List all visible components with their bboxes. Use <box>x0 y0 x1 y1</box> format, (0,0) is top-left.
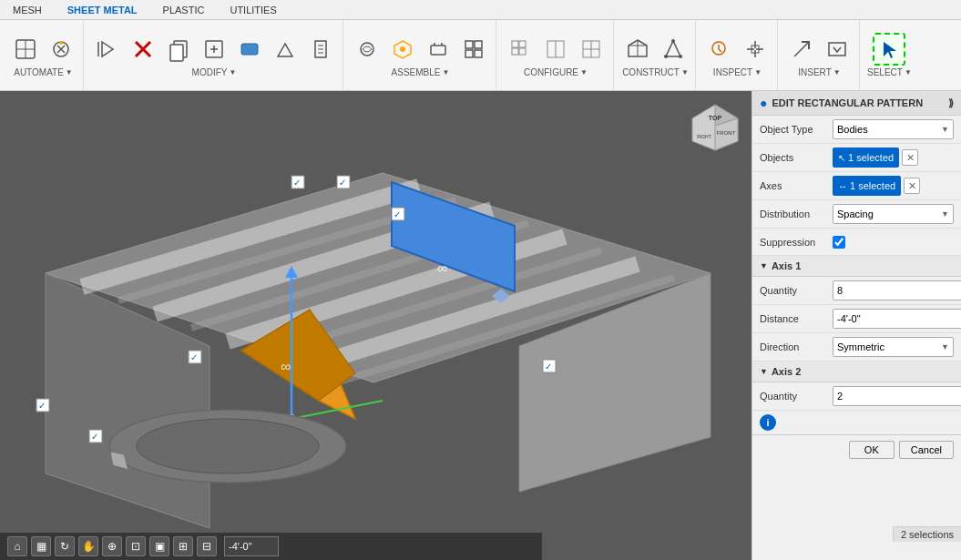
insert-icon-1[interactable] <box>785 33 818 66</box>
measure-tool-btn[interactable]: ⊞ <box>173 536 193 556</box>
menu-sheet-metal[interactable]: SHEET METAL <box>64 3 141 17</box>
modify-icon-5[interactable] <box>269 33 302 66</box>
grid-tool-btn[interactable]: ▦ <box>31 536 51 556</box>
svg-rect-21 <box>512 41 518 47</box>
modify-icon-6[interactable] <box>304 33 337 66</box>
cancel-button[interactable]: Cancel <box>899 441 954 459</box>
objects-selected-text: 1 selected <box>848 152 894 163</box>
automate-label[interactable]: AUTOMATE ▼ <box>14 67 73 77</box>
modify-icon-1[interactable] <box>91 33 124 66</box>
axis2-quantity-input[interactable] <box>833 387 961 405</box>
svg-text:∞: ∞ <box>437 260 447 276</box>
pan-tool-btn[interactable]: ✋ <box>78 536 98 556</box>
main-area: ✓ ✓ ✓ ✓ ✓ ✓ ✓ ∞ <box>0 91 961 560</box>
assemble-icon-2[interactable] <box>386 33 419 66</box>
toolbar-group-select: SELECT ▼ <box>862 20 917 90</box>
objects-selected-btn[interactable]: ↖ 1 selected <box>833 148 899 168</box>
modify-icon-copy[interactable] <box>162 33 195 66</box>
distribution-value: Spacing <box>837 209 874 219</box>
svg-text:✓: ✓ <box>545 361 552 372</box>
axes-clear-btn[interactable]: ✕ <box>904 178 920 194</box>
object-type-row: Object Type Bodies ▼ <box>752 116 961 144</box>
axis2-title: Axis 2 <box>772 366 801 377</box>
axes-selected-btn[interactable]: ↔ 1 selected <box>833 176 901 196</box>
object-type-select[interactable]: Bodies ▼ <box>833 119 954 139</box>
configure-label[interactable]: CONFIGURE ▼ <box>524 67 588 77</box>
panel-expand-icon[interactable]: ⟫ <box>948 97 954 109</box>
insert-arrow: ▼ <box>833 68 841 76</box>
inspect-icon-2[interactable] <box>739 33 772 66</box>
zoom-tool-btn[interactable]: ⊕ <box>102 536 122 556</box>
menu-utilities[interactable]: UTILITIES <box>226 3 280 17</box>
select-label[interactable]: SELECT ▼ <box>867 67 912 77</box>
axis1-direction-select[interactable]: Symmetric ▼ <box>833 337 954 357</box>
axis2-section-header[interactable]: ▼ Axis 2 <box>752 361 961 382</box>
home-tool-btn[interactable]: ⌂ <box>7 536 27 556</box>
configure-icon-1[interactable] <box>504 33 537 66</box>
modify-icon-3[interactable] <box>198 33 230 66</box>
modify-arrow: ▼ <box>229 68 236 76</box>
coordinate-input[interactable] <box>224 536 279 556</box>
construct-icon-2[interactable] <box>657 33 690 66</box>
axis1-distance-control <box>833 309 961 329</box>
axis1-quantity-input[interactable] <box>833 281 961 300</box>
menu-mesh[interactable]: MESH <box>9 3 46 17</box>
assemble-label[interactable]: ASSEMBLE ▼ <box>392 67 450 77</box>
axis1-distance-label: Distance <box>760 313 833 324</box>
toolbar-group-assemble: ASSEMBLE ▼ <box>345 20 496 90</box>
objects-row: Objects ↖ 1 selected ✕ <box>752 144 961 172</box>
assemble-icon-3[interactable] <box>422 33 455 66</box>
toolbar: AUTOMATE ▼ <box>0 20 961 91</box>
axis1-collapse-icon: ▼ <box>760 261 768 270</box>
assemble-icon-1[interactable] <box>351 33 383 66</box>
construct-label[interactable]: CONSTRUCT ▼ <box>622 67 689 77</box>
inspect-arrow: ▼ <box>754 68 762 76</box>
configure-icon-2[interactable] <box>539 33 572 66</box>
svg-rect-10 <box>241 44 258 55</box>
inspect-icon-1[interactable] <box>703 33 736 66</box>
menu-plastic[interactable]: PLASTIC <box>159 3 209 17</box>
axis2-collapse-icon: ▼ <box>760 367 768 376</box>
construct-icon-1[interactable] <box>621 33 654 66</box>
svg-point-15 <box>400 46 405 52</box>
distribution-select[interactable]: Spacing ▼ <box>833 204 954 224</box>
inspect-label[interactable]: INSPECT ▼ <box>713 67 762 77</box>
axis2-quantity-spinner: ▲ ▼ <box>833 386 961 406</box>
modify-icon-4[interactable] <box>233 33 266 66</box>
automate-icon-2[interactable] <box>45 33 77 66</box>
svg-text:FRONT: FRONT <box>717 130 736 136</box>
select-icon-1[interactable] <box>873 33 905 66</box>
display-tool-btn[interactable]: ▣ <box>149 536 169 556</box>
objects-clear-btn[interactable]: ✕ <box>902 149 918 166</box>
info-icon[interactable]: i <box>760 414 776 431</box>
axis1-distance-input[interactable] <box>833 309 961 329</box>
nav-cube[interactable]: TOP FRONT RIGHT <box>688 100 742 155</box>
ok-button[interactable]: OK <box>849 441 895 459</box>
assemble-arrow: ▼ <box>443 68 450 76</box>
axis1-quantity-row: Quantity ▲ ▼ <box>752 277 961 305</box>
suppression-checkbox[interactable] <box>833 236 845 249</box>
orbit-tool-btn[interactable]: ↻ <box>55 536 75 556</box>
configure-icon-3[interactable] <box>575 33 608 66</box>
modify-label[interactable]: MODIFY ▼ <box>192 67 237 77</box>
insert-label[interactable]: INSERT ▼ <box>798 67 840 77</box>
object-type-value: Bodies <box>837 124 868 135</box>
axes-control: ↔ 1 selected ✕ <box>833 176 954 196</box>
panel-status-dot: ● <box>760 96 767 110</box>
svg-text:TOP: TOP <box>709 115 722 121</box>
insert-icon-2[interactable] <box>821 33 854 66</box>
options-tool-btn[interactable]: ⊟ <box>197 536 217 556</box>
svg-rect-18 <box>475 41 482 48</box>
fit-tool-btn[interactable]: ⊡ <box>126 536 146 556</box>
axis1-section-header[interactable]: ▼ Axis 1 <box>752 256 961 277</box>
axes-selected-text: 1 selected <box>850 180 895 191</box>
assemble-icon-4[interactable] <box>457 33 490 66</box>
svg-point-34 <box>664 55 668 58</box>
menu-bar: MESH SHEET METAL PLASTIC UTILITIES <box>0 0 961 20</box>
select-arrow: ▼ <box>905 68 912 76</box>
automate-icon-1[interactable] <box>9 33 42 66</box>
viewport[interactable]: ✓ ✓ ✓ ✓ ✓ ✓ ✓ ∞ <box>0 91 751 560</box>
axis2-quantity-control: ▲ ▼ <box>833 386 961 406</box>
bottom-toolbar: ⌂ ▦ ↻ ✋ ⊕ ⊡ ▣ ⊞ ⊟ <box>0 533 542 560</box>
modify-icon-cancel[interactable] <box>127 33 159 66</box>
